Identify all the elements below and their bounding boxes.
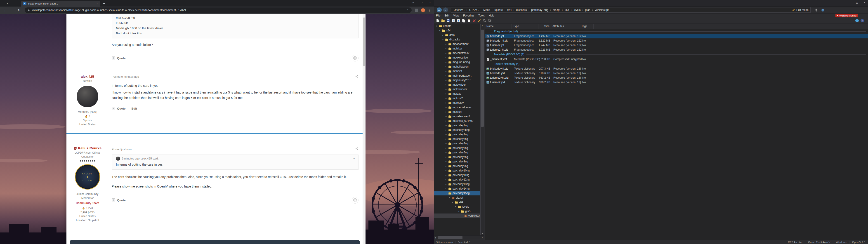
expand-icon[interactable]: ▸: [445, 183, 447, 185]
tree-item-data[interactable]: ▸data: [434, 33, 480, 37]
post-timestamp[interactable]: Posted just now: [112, 148, 131, 151]
tree-item-mpjanuary2016[interactable]: ▸mpjanuary2016: [434, 78, 480, 83]
search-icon[interactable]: [483, 19, 487, 23]
openiv-maximize-button[interactable]: □: [856, 1, 858, 4]
chevron-down-icon[interactable]: ▾: [353, 157, 355, 160]
collapse-icon[interactable]: ▾: [451, 201, 454, 203]
quote-button[interactable]: Quote: [117, 199, 126, 202]
multiquote-button[interactable]: +: [112, 106, 115, 110]
collapse-icon[interactable]: ▾: [445, 192, 447, 194]
collapse-icon[interactable]: ▾: [438, 29, 441, 32]
expand-icon[interactable]: ▸: [445, 129, 447, 131]
multiquote-button[interactable]: +: [112, 199, 115, 202]
collapse-icon[interactable]: ▾: [458, 210, 460, 212]
file-row-brickade_hi.yft[interactable]: brickade_hi.yftFragment object1.322 MBRe…: [485, 38, 868, 43]
expand-icon[interactable]: ▸: [445, 179, 447, 181]
tree-item-mphalloween[interactable]: ▸mphalloween: [434, 64, 480, 69]
file-row-turismo2_hi.yft[interactable]: turismo2_hi.yftFragment object1.723 MBRe…: [485, 48, 868, 52]
import-icon[interactable]: [452, 19, 455, 23]
reply-editor[interactable]: [70, 240, 360, 244]
scrollbar-thumb[interactable]: [481, 30, 484, 127]
expand-icon[interactable]: ▸: [445, 138, 447, 140]
expand-icon[interactable]: ▸: [445, 115, 447, 118]
breadcrumb-item-patchday15ng[interactable]: patchday15ng: [530, 8, 549, 11]
expand-icon[interactable]: ▸: [445, 151, 447, 154]
menu-favorites[interactable]: Favorites: [461, 14, 476, 17]
avatar[interactable]: [76, 86, 98, 107]
help-icon[interactable]: ?: [821, 8, 825, 12]
expand-icon[interactable]: ▸: [442, 34, 444, 36]
expand-icon[interactable]: ▸: [445, 84, 447, 86]
tree-item-mpluxe[interactable]: ▸mpluxe: [434, 92, 480, 96]
copy-icon[interactable]: [462, 19, 466, 23]
twitter-icon[interactable]: t: [855, 19, 859, 22]
openiv-close-button[interactable]: ×: [864, 1, 865, 4]
tree-item-mpchristmas2[interactable]: ▸mpchristmas2: [434, 51, 480, 55]
browser-close-button[interactable]: ×: [429, 1, 431, 4]
collapse-icon[interactable]: ▾: [454, 206, 457, 208]
rename-icon[interactable]: [477, 19, 481, 23]
save-icon[interactable]: [446, 19, 450, 23]
settings-icon[interactable]: [488, 19, 492, 23]
menu-view[interactable]: View: [451, 14, 461, 17]
expand-icon[interactable]: ▸: [445, 74, 447, 77]
expand-icon[interactable]: ▸: [445, 124, 447, 126]
export-icon[interactable]: [457, 19, 460, 23]
tree-vertical-scrollbar[interactable]: ▲ ▼: [480, 24, 484, 236]
reaction-button[interactable]: [352, 55, 359, 61]
new-tab-button[interactable]: +: [103, 1, 105, 5]
tree-item-patchday6ng[interactable]: ▸patchday6ng: [434, 150, 480, 155]
reaction-button[interactable]: [352, 197, 359, 204]
expand-icon[interactable]: ▸: [445, 57, 447, 59]
tree-item-update[interactable]: ▾update: [434, 24, 480, 28]
column-header-attributes[interactable]: Attributes: [551, 24, 580, 29]
collapse-icon[interactable]: ▾: [435, 25, 438, 27]
expand-icon[interactable]: ▸: [445, 156, 447, 158]
settings-icon[interactable]: [815, 8, 818, 12]
menu-file[interactable]: File: [434, 14, 442, 17]
tree-item-mpimportexport[interactable]: ▸mpimportexport: [434, 73, 480, 78]
quote-button[interactable]: Quote: [117, 57, 126, 60]
quote-button[interactable]: Quote: [117, 107, 126, 110]
facebook-icon[interactable]: f: [861, 19, 864, 22]
collapse-icon[interactable]: ▾: [442, 38, 444, 41]
tree-item-mpexecutive[interactable]: ▸mpexecutive: [434, 55, 480, 60]
expand-icon[interactable]: ▸: [445, 133, 447, 135]
tree-item-x64[interactable]: ▾x64: [434, 200, 480, 205]
collapse-icon[interactable]: ▾: [448, 196, 451, 199]
tree-item-mpspecialraces[interactable]: ▸mpspecialraces: [434, 105, 480, 110]
tree-item-patchday10ng[interactable]: ▸patchday10ng: [434, 168, 480, 173]
back-button[interactable]: ←: [4, 8, 7, 12]
breadcrumb-item-dlc-rpf[interactable]: dlc.rpf: [552, 8, 561, 11]
tree-item-mpxmas_604490[interactable]: ▸mpxmas_604490: [434, 119, 480, 123]
edit-mode-button[interactable]: Edit mode: [792, 8, 809, 11]
breadcrumb-item-mods[interactable]: Mods: [483, 8, 491, 11]
post-timestamp[interactable]: Posted 9 minutes ago: [112, 75, 139, 79]
expand-icon[interactable]: ▸: [445, 52, 447, 54]
back-button[interactable]: ←: [437, 7, 442, 12]
column-header-tags[interactable]: Tags: [580, 24, 594, 29]
expand-icon[interactable]: ▸: [445, 93, 447, 95]
tree-item-patchday8ng[interactable]: ▸patchday8ng: [434, 159, 480, 164]
tree-item-patchday2bng[interactable]: ▸patchday2bng: [434, 128, 480, 132]
column-header-size[interactable]: Size: [538, 24, 551, 29]
tree-item-patchday9ng[interactable]: ▸patchday9ng: [434, 164, 480, 168]
expand-icon[interactable]: ▸: [445, 142, 447, 145]
tree-item-mpheist[interactable]: ▸mpheist: [434, 69, 480, 73]
expand-icon[interactable]: ▸: [445, 170, 447, 172]
youtube-channel-button[interactable]: ▶ YouTube channel: [835, 14, 858, 18]
multiquote-button[interactable]: +: [112, 56, 115, 60]
scrollbar-thumb[interactable]: [363, 18, 365, 66]
tree-item-mpluxe2[interactable]: ▸mpluxe2: [434, 96, 480, 100]
expand-icon[interactable]: ▸: [445, 160, 447, 163]
expand-icon[interactable]: ▸: [445, 187, 447, 190]
bookmark-star-icon[interactable]: ☆: [406, 8, 409, 12]
tree-item-dlc.rpf[interactable]: ▾dlc.rpf: [434, 195, 480, 200]
author-name[interactable]: Kallus Rourke: [78, 146, 101, 150]
paste-icon[interactable]: [467, 19, 471, 23]
column-header-name[interactable]: Name: [485, 24, 512, 29]
tree-item-mpvalentines2[interactable]: ▸mpvalentines2: [434, 114, 480, 119]
file-row-_manifest.ymf[interactable]: _manifest.ymfMetadata (PSO/RSC)1.238 KBC…: [485, 57, 868, 61]
expand-icon[interactable]: ▸: [445, 79, 447, 81]
expand-icon[interactable]: ▸: [445, 61, 447, 63]
